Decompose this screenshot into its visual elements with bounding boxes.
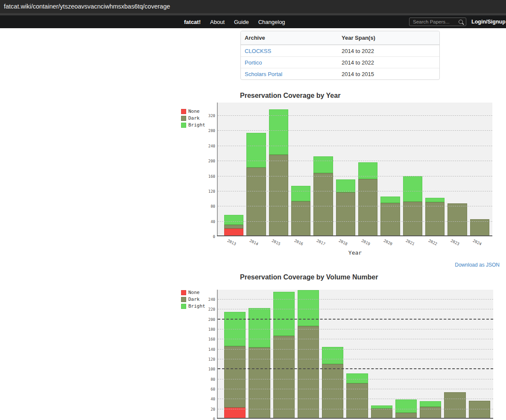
x-tick-label: 2024 — [472, 238, 483, 246]
table-row: CLOCKSS 2014 to 2022 — [241, 45, 439, 56]
gridline — [218, 299, 493, 300]
x-tick-label: 2020 — [383, 238, 393, 246]
nav-item-changelog[interactable]: Changelog — [254, 19, 290, 25]
y-tick-label: 160 — [196, 174, 215, 179]
x-tick-label: 2016 — [293, 238, 304, 246]
bar-segment-dark — [273, 336, 295, 419]
x-tick-label: 2018 — [338, 238, 348, 246]
legend-swatch-none-icon — [181, 109, 186, 114]
legend-label: None — [188, 290, 200, 295]
gridline — [218, 115, 492, 116]
table-header-archive: Archive — [241, 35, 338, 41]
x-axis-line — [217, 418, 493, 419]
legend-label: Dark — [188, 297, 200, 302]
bar-segment-bright — [346, 373, 368, 383]
y-tick-label: 0 — [196, 235, 215, 239]
plot-area: 0408012016020024028032020132014201520162… — [218, 103, 492, 236]
y-tick-label: 20 — [196, 407, 215, 411]
bar-segment-dark — [313, 173, 333, 236]
y-tick-label: 180 — [196, 327, 215, 332]
legend-swatch-bright-icon — [181, 123, 186, 128]
bar-segment-dark — [425, 202, 445, 236]
x-axis-line — [217, 235, 492, 236]
y-axis-line — [217, 290, 218, 419]
x-tick-label: 2017 — [316, 238, 326, 246]
plot-area: 020406080100120140160180200220240 — [218, 290, 493, 419]
bar-segment-bright — [425, 198, 445, 203]
bar-segment-bright — [291, 186, 310, 201]
page: fatcat.wiki/container/ytszeoavsvacnciwhm… — [0, 0, 506, 420]
legend-swatch-dark-icon — [181, 297, 186, 302]
y-tick-label: 80 — [196, 377, 215, 382]
bar-segment-bright — [371, 405, 392, 408]
x-tick-label: 2014 — [249, 238, 259, 246]
bar-segment-bright — [273, 292, 295, 336]
year-span-cell: 2014 to 2015 — [338, 71, 439, 77]
nav-item-about[interactable]: About — [205, 19, 229, 25]
legend-label: None — [188, 109, 200, 114]
bar-segment-bright — [403, 176, 422, 201]
legend-item-bright: Bright — [181, 304, 205, 308]
year-span-cell: 2014 to 2022 — [338, 48, 439, 54]
legend-label: Bright — [188, 122, 205, 128]
table-row: Scholars Portal 2014 to 2015 — [241, 68, 439, 79]
search-input[interactable] — [409, 18, 466, 26]
login-signup-link[interactable]: Login/Signup — [471, 15, 506, 28]
legend-item-bright: Bright — [181, 123, 205, 127]
bar-segment-bright — [380, 197, 400, 203]
bar-segment-none — [224, 408, 246, 419]
chart-legend: NoneDarkBright — [181, 109, 205, 129]
navbar: fatcat! About Guide Changelog Login/Sign… — [0, 15, 506, 28]
y-tick-label: 200 — [196, 317, 215, 322]
bar-segment-bright — [269, 109, 288, 155]
browser-url-bar[interactable]: fatcat.wiki/container/ytszeoavsvacnciwhm… — [0, 0, 506, 13]
legend-label: Dark — [188, 115, 200, 121]
page-url: fatcat.wiki/container/ytszeoavsvacnciwhm… — [4, 3, 170, 10]
archive-link[interactable]: Scholars Portal — [245, 71, 282, 77]
download-json-link[interactable]: Download as JSON — [455, 262, 500, 268]
bar-segment-dark — [403, 202, 422, 236]
x-tick-label: 2023 — [450, 238, 460, 246]
search-icon[interactable] — [459, 20, 463, 24]
chart-title: Preservation Coverage by Volume Number — [240, 273, 378, 281]
nav-items: fatcat! About Guide Changelog — [179, 15, 290, 28]
legend-swatch-none-icon — [181, 290, 186, 295]
bar-segment-dark — [322, 364, 343, 419]
bar-segment-dark — [469, 401, 490, 419]
legend-item-dark: Dark — [181, 297, 205, 302]
legend-swatch-dark-icon — [181, 116, 186, 121]
bar-segment-dark — [249, 347, 270, 419]
bar-segment-dark — [298, 326, 319, 419]
bar-segment-dark — [246, 167, 266, 236]
nav-item-guide[interactable]: Guide — [229, 19, 254, 25]
bar-segment-bright — [246, 133, 266, 167]
y-tick-label: 120 — [196, 357, 215, 361]
bar-segment-dark — [444, 392, 465, 419]
bar-segment-dark — [420, 407, 441, 419]
bar-segment-dark — [346, 383, 368, 419]
bar-segment-bright — [224, 312, 246, 346]
y-tick-label: 160 — [196, 337, 215, 341]
y-axis-line — [217, 103, 218, 236]
y-tick-label: 240 — [196, 144, 215, 148]
archive-link[interactable]: Portico — [245, 59, 262, 66]
bar-segment-bright — [336, 179, 355, 192]
y-tick-label: 100 — [196, 367, 215, 371]
legend-item-dark: Dark — [181, 116, 205, 120]
x-tick-label: 2019 — [360, 238, 371, 246]
legend-item-none: None — [181, 109, 205, 114]
bar-segment-dark — [470, 219, 489, 236]
y-tick-label: 0 — [196, 417, 215, 420]
bar-segment-bright — [322, 347, 343, 364]
chart-title: Preservation Coverage by Year — [240, 92, 340, 100]
nav-brand-fatcat[interactable]: fatcat! — [179, 19, 205, 25]
y-tick-label: 60 — [196, 387, 215, 391]
bar-segment-dark — [448, 203, 467, 236]
x-tick-label: 2015 — [271, 238, 281, 246]
table-header-year-span: Year Span(s) — [338, 35, 439, 41]
table-row: Portico 2014 to 2022 — [241, 56, 439, 68]
bar-segment-dark — [358, 179, 377, 236]
bar-segment-dark — [380, 203, 400, 236]
archive-link[interactable]: CLOCKSS — [245, 48, 271, 54]
bar-segment-bright — [298, 290, 319, 326]
